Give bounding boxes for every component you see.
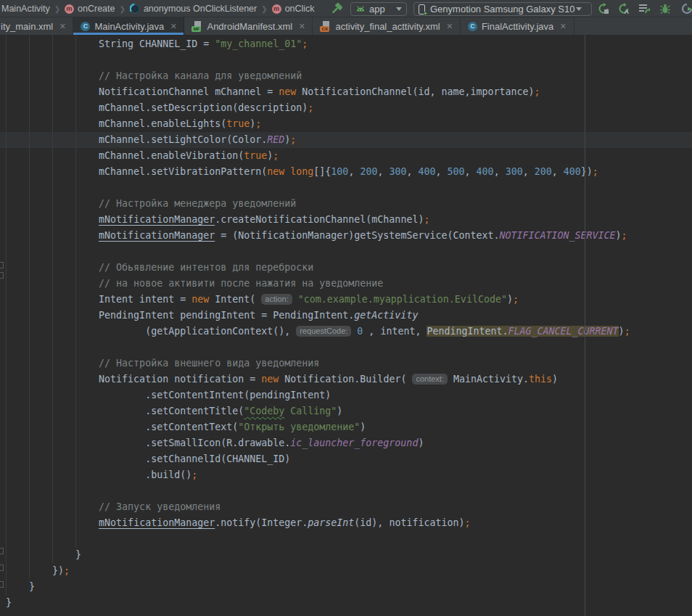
code-token: .setContentText( <box>6 422 238 432</box>
build-hammer-icon[interactable] <box>331 3 342 15</box>
code-line[interactable]: } <box>0 579 692 595</box>
code-editor[interactable]: String CHANNEL_ID = "my_channel_01"; // … <box>0 35 692 616</box>
close-icon[interactable]: × <box>170 21 176 31</box>
code-token: ) <box>360 422 366 432</box>
code-line[interactable] <box>0 340 692 356</box>
code-line[interactable]: Notification notification = new Notifica… <box>0 371 692 387</box>
code-line[interactable]: mNotificationManager.notify(Integer.pars… <box>0 515 692 531</box>
code-line[interactable] <box>0 180 692 196</box>
code-token: } <box>6 581 35 592</box>
run-config-dropdown[interactable]: app <box>350 2 407 16</box>
close-icon[interactable]: × <box>447 21 453 31</box>
debug-icon[interactable] <box>659 3 671 15</box>
close-icon[interactable]: × <box>59 21 65 31</box>
code-line[interactable]: // на новое активити после нажатия на ув… <box>0 276 692 292</box>
code-token: } <box>6 549 81 560</box>
code-line[interactable] <box>0 531 692 547</box>
breadcrumb-item-class[interactable]: MainActivity <box>1 4 50 14</box>
breadcrumb-separator-icon: ❯ <box>261 5 267 13</box>
main-toolbar: MainActivity ❯ monCreate ❯ anonymous OnC… <box>0 0 692 17</box>
code-token: 300 <box>389 166 406 177</box>
code-line[interactable]: mNotificationManager = (NotificationMana… <box>0 228 692 244</box>
tab-androidmanifest-xml[interactable]: MF AndroidManifest.xml × <box>184 17 313 35</box>
code-token: ) <box>507 294 513 305</box>
fold-marker[interactable] <box>0 564 4 571</box>
breadcrumb-item-method-onclick[interactable]: monClick <box>272 4 315 14</box>
code-line[interactable] <box>0 52 692 68</box>
code-line[interactable]: mChannel.setVibrationPattern(new long[]{… <box>0 164 692 180</box>
run-with-coverage-icon[interactable] <box>638 3 650 15</box>
code-line[interactable]: // Настройка канала для уведомлений <box>0 68 692 84</box>
close-icon[interactable]: × <box>299 21 305 31</box>
code-line[interactable]: PendingIntent pendingIntent = PendingInt… <box>0 308 692 324</box>
code-line[interactable]: .setChannelId(CHANNEL_ID) <box>0 451 692 467</box>
code-line[interactable]: mNotificationManager.createNotificationC… <box>0 212 692 228</box>
breadcrumb-separator-icon: ❯ <box>54 5 60 13</box>
tab-activity-main-xml[interactable]: ity_main.xml × <box>0 17 73 35</box>
code-token: ) <box>616 230 622 241</box>
code-line[interactable]: }); <box>0 563 692 579</box>
tab-label: ity_main.xml <box>1 21 53 32</box>
code-line[interactable]: } <box>0 595 692 611</box>
code-line[interactable]: mChannel.enableVibration(true); <box>0 148 692 164</box>
code-line[interactable]: .setContentText("Открыть уведомление") <box>0 419 692 435</box>
code-line[interactable]: } <box>0 547 692 563</box>
code-line[interactable] <box>0 244 692 260</box>
code-token: 200 <box>535 166 552 177</box>
code-line[interactable]: String CHANNEL_ID = "my_channel_01"; <box>0 36 692 52</box>
manifest-file-icon: MF <box>191 21 202 32</box>
code-token: , <box>436 166 448 177</box>
code-line[interactable]: // Настройка внешнего вида уведомления <box>0 356 692 371</box>
tab-finalacttivity-java[interactable]: C FinalActtivity.java × <box>461 17 574 35</box>
code-line[interactable]: mChannel.enableLights(true); <box>0 116 692 132</box>
code-line[interactable]: mChannel.setLightColor(Color.RED); <box>0 132 692 148</box>
code-token: 400 <box>419 166 436 177</box>
code-line[interactable]: .setContentTitle("Codeby Calling") <box>0 403 692 419</box>
code-token: new <box>267 166 284 177</box>
code-line[interactable]: Intent intent = new Intent( action: "com… <box>0 292 692 308</box>
code-token: }) <box>581 166 593 177</box>
code-line[interactable]: (getApplicationContext(), requestCode: 0… <box>0 324 692 340</box>
code-token: ; <box>622 230 627 241</box>
code-token: mChannel.setVibrationPattern( <box>6 166 267 177</box>
fold-marker[interactable] <box>0 272 4 279</box>
device-dropdown[interactable]: Genymotion Samsung Galaxy S10 <box>413 2 592 16</box>
code-token: mChannel.setLightColor(Color. <box>6 134 267 145</box>
code-line[interactable]: mChannel.setDescription(description); <box>0 100 692 116</box>
code-line[interactable]: // Настройка менеджера уведомлений <box>0 196 692 212</box>
tab-mainactivity-java[interactable]: C MainActivity.java × <box>73 17 184 35</box>
code-token <box>292 294 298 305</box>
apply-code-changes-icon[interactable]: A <box>618 3 630 15</box>
code-token: ; <box>302 38 308 49</box>
tab-label: FinalActtivity.java <box>482 21 553 32</box>
indent-guide <box>75 35 76 547</box>
code-token: .build() <box>6 469 191 480</box>
code-line[interactable]: .setSmallIcon(R.drawable.ic_launcher_for… <box>0 435 692 451</box>
code-token: , <box>494 166 506 177</box>
breadcrumb-item-method-oncreate[interactable]: monCreate <box>65 4 115 14</box>
run-config-label: app <box>369 4 385 15</box>
code-line[interactable]: .setContentIntent(pendingIntent) <box>0 387 692 403</box>
indent-guide <box>29 35 30 579</box>
code-token: "Codeby <box>244 406 284 416</box>
breadcrumb-item-anonymous-class[interactable]: anonymous OnClickListener <box>130 4 257 14</box>
code-line[interactable]: // Запуск уведомления <box>0 499 692 515</box>
indent-guide <box>52 35 53 563</box>
code-token: , <box>465 166 477 177</box>
code-token: = (NotificationManager)getSystemService(… <box>215 230 499 241</box>
fold-marker[interactable] <box>0 581 4 588</box>
fold-marker[interactable] <box>0 262 4 268</box>
code-line[interactable]: // Обьявление интентов для переброски <box>0 260 692 276</box>
fold-marker[interactable] <box>0 548 4 554</box>
code-line[interactable]: .build(); <box>0 467 692 483</box>
tab-activity-final-acttivity-xml[interactable]: CX activity_final_acttivity.xml × <box>313 17 460 35</box>
code-token: 500 <box>448 166 465 177</box>
profiler-icon[interactable] <box>681 3 692 15</box>
code-line[interactable] <box>0 483 692 499</box>
code-token: mChannel.enableLights( <box>6 118 226 129</box>
code-token: , <box>348 166 360 177</box>
code-line[interactable]: NotificationChannel mChannel = new Notif… <box>0 84 692 100</box>
close-icon[interactable]: × <box>560 21 566 31</box>
code-token: // Запуск уведомления <box>6 501 221 512</box>
apply-changes-restart-icon[interactable] <box>598 3 609 15</box>
